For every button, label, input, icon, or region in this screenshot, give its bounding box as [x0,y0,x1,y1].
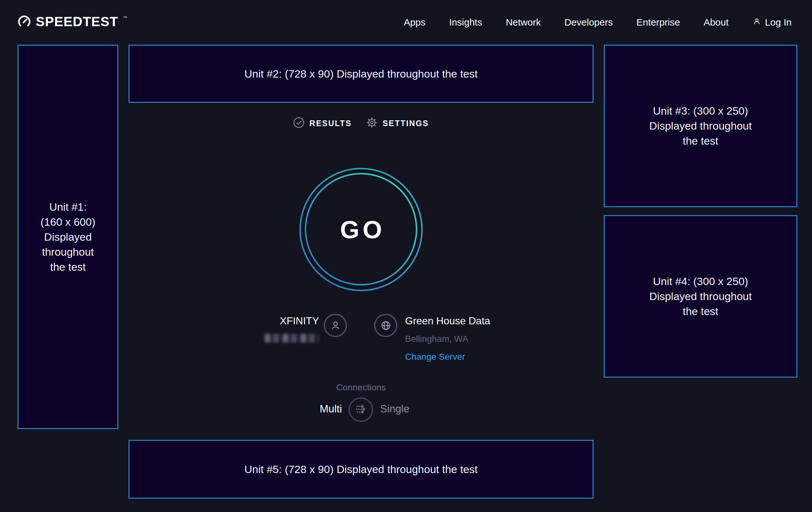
main-nav: Apps Insights Network Developers Enterpr… [404,17,791,28]
server-name: Green House Data [405,315,490,327]
go-label: GO [297,166,425,293]
isp-name: XFINITY [217,315,319,327]
speedtest-logo[interactable]: SPEEDTEST ™ [18,15,127,30]
change-server-link[interactable]: Change Server [405,351,490,362]
nav-item-enterprise[interactable]: Enterprise [636,17,680,28]
ad-unit-5-leaderboard[interactable]: Unit #5: (728 x 90) Displayed throughout… [128,440,593,498]
login-label: Log In [765,17,791,28]
tab-results-label: RESULTS [309,119,351,128]
tab-settings-label: SETTINGS [383,119,429,128]
brand-trademark: ™ [123,16,127,20]
redacted-ip-blur [265,334,319,343]
nav-item-apps[interactable]: Apps [404,17,426,28]
check-circle-icon [293,117,304,130]
gear-icon [366,116,378,130]
nav-item-network[interactable]: Network [506,17,541,28]
user-icon [752,17,761,28]
multi-connections-icon [353,402,369,418]
nav-item-insights[interactable]: Insights [449,17,482,28]
connections-label: Connections [297,382,425,393]
top-nav-bar: SPEEDTEST ™ Apps Insights Network Develo… [0,0,812,45]
tabs-row: RESULTS [128,114,593,132]
ad-unit-2-leaderboard[interactable]: Unit #2: (728 x 90) Displayed throughout… [128,45,593,103]
login-button[interactable]: Log In [752,17,791,28]
ad-unit-3-rectangle[interactable]: Unit #3: (300 x 250) Displayed throughou… [604,45,797,207]
server-globe-icon [374,314,397,337]
connections-single-option[interactable]: Single [380,403,444,415]
brand-name: SPEEDTEST [36,15,118,28]
ad-unit-4-rectangle[interactable]: Unit #4: (300 x 250) Displayed throughou… [604,215,797,378]
ad-unit-1-skyscraper[interactable]: Unit #1: (160 x 600) Displayed throughou… [18,45,118,429]
nav-item-about[interactable]: About [703,17,728,28]
go-button[interactable]: GO [297,166,425,293]
server-location: Bellingham, WA [405,333,490,344]
connections-toggle[interactable] [349,397,373,422]
connections-multi-option[interactable]: Multi [278,403,342,415]
tab-settings[interactable]: SETTINGS [366,116,429,130]
speedtest-page: SPEEDTEST ™ Apps Insights Network Develo… [0,0,812,512]
tab-results[interactable]: RESULTS [293,117,351,130]
server-info: Green House Data Bellingham, WA Change S… [405,315,490,362]
speedometer-icon [18,15,31,30]
isp-user-icon [324,314,347,337]
nav-item-developers[interactable]: Developers [564,17,613,28]
